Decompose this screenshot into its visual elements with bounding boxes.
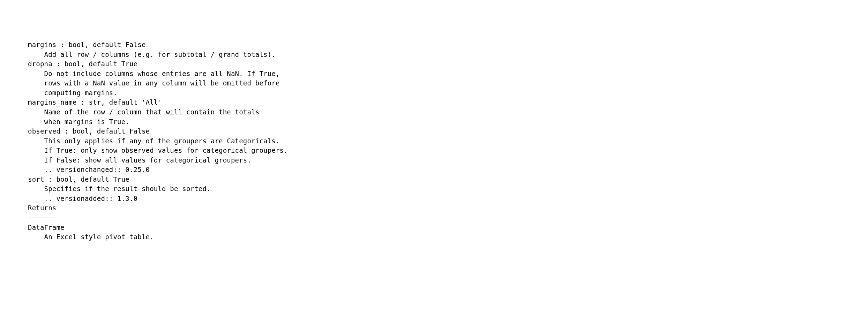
docstring-line: margins_name : str, default 'All'	[28, 98, 868, 107]
docstring-block: margins : bool, default False Add all ro…	[28, 40, 868, 242]
docstring-line: sort : bool, default True	[28, 175, 868, 184]
docstring-line: An Excel style pivot table.	[28, 232, 868, 242]
docstring-line: .. versionchanged:: 0.25.0	[28, 165, 868, 175]
docstring-line: when margins is True.	[28, 117, 868, 127]
docstring-line: rows with a NaN value in any column will…	[28, 78, 868, 88]
docstring-line: If True: only show observed values for c…	[28, 146, 868, 156]
docstring-line: Do not include columns whose entries are…	[28, 69, 868, 79]
docstring-line: computing margins.	[28, 88, 868, 98]
docstring-line: Name of the row / column that will conta…	[28, 107, 868, 117]
docstring-line: Add all row / columns (e.g. for subtotal…	[28, 50, 868, 60]
docstring-line: observed : bool, default False	[28, 127, 868, 136]
docstring-line: margins : bool, default False	[28, 40, 868, 50]
docstring-line: Specifies if the result should be sorted…	[28, 184, 868, 194]
docstring-line: If False: show all values for categorica…	[28, 156, 868, 165]
docstring-line: .. versionadded:: 1.3.0	[28, 194, 868, 204]
docstring-line: -------	[28, 213, 868, 223]
docstring-line: DataFrame	[28, 223, 868, 233]
docstring-line: Returns	[28, 203, 868, 213]
docstring-line: This only applies if any of the groupers…	[28, 136, 868, 146]
docstring-line: dropna : bool, default True	[28, 59, 868, 69]
